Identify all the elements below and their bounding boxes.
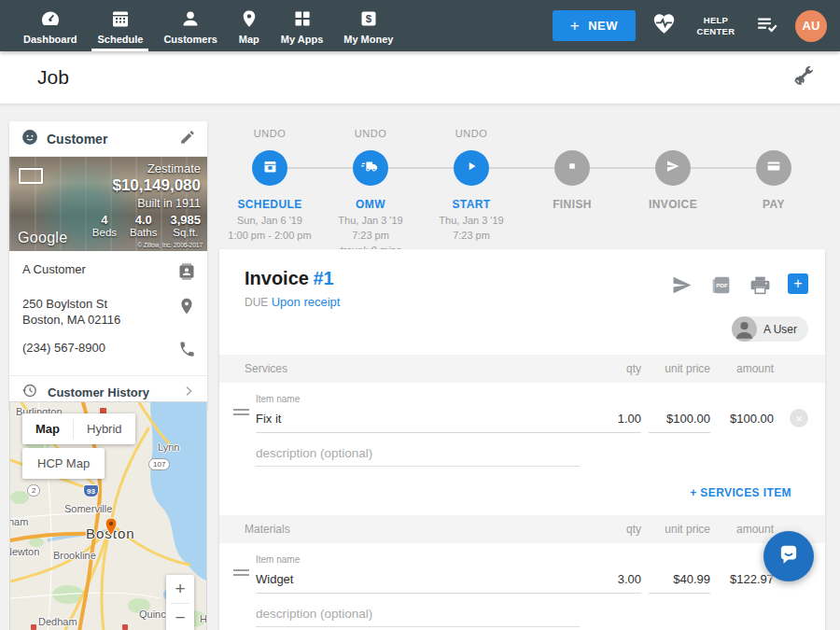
- map-label-hingham: Hi: [200, 613, 207, 624]
- nav-tab-my-money[interactable]: $ My Money: [333, 0, 403, 51]
- step-label[interactable]: START: [452, 198, 490, 211]
- zestimate-overlay: Zestimate $10,149,080 Built in 1911 4Bed…: [92, 161, 201, 238]
- phone-icon[interactable]: [178, 341, 196, 362]
- item-name-label: Item name: [256, 394, 580, 404]
- unit-price-column-header: unit price: [649, 523, 710, 536]
- timeline-step-omw: UNDO OMW Thu, Jan 3 '19 7:23 pm travel: …: [320, 117, 421, 259]
- hcp-map-button[interactable]: HCP Map: [22, 448, 105, 479]
- customer-card: Customer Zestimate $10,149,080 Built in …: [9, 121, 207, 410]
- send-invoice-icon[interactable]: [670, 273, 693, 301]
- step-date: Thu, Jan 3 '19: [338, 215, 402, 226]
- beds-value: 4: [92, 213, 117, 227]
- customer-face-icon: [21, 128, 39, 150]
- qty-input[interactable]: 1.00: [580, 412, 641, 433]
- step-label[interactable]: OMW: [356, 198, 385, 211]
- omw-step-button[interactable]: [353, 150, 388, 186]
- map-type-hybrid-button[interactable]: Hybrid: [74, 413, 135, 444]
- job-settings-wrench-icon[interactable]: [791, 63, 816, 91]
- description-input[interactable]: description (optional): [256, 446, 580, 467]
- nav-tab-my-apps[interactable]: My Apps: [271, 0, 333, 51]
- svg-text:$: $: [366, 13, 372, 24]
- pdf-icon[interactable]: PDF: [709, 273, 733, 301]
- customer-name-row: A Customer: [22, 262, 196, 285]
- map-type-map-button[interactable]: Map: [22, 413, 73, 444]
- add-services-item-link[interactable]: + SERVICES ITEM: [690, 486, 791, 499]
- customer-address-row: 250 Boylston St Boston, MA 02116: [22, 297, 196, 329]
- credit-card-icon: [765, 158, 782, 178]
- health-heart-icon[interactable]: [651, 11, 677, 40]
- zoom-out-button[interactable]: −: [166, 604, 194, 630]
- schedule-step-button[interactable]: [252, 150, 287, 186]
- zillow-copyright: © Zillow, Inc. 2006-2017: [137, 242, 203, 248]
- plus-icon: +: [570, 20, 580, 32]
- line-amount: $100.00: [710, 412, 774, 433]
- unit-price-input[interactable]: $100.00: [649, 412, 710, 433]
- description-input[interactable]: description (optional): [256, 607, 580, 627]
- add-invoice-button[interactable]: +: [788, 273, 808, 294]
- zestimate-value: $10,149,080: [92, 176, 201, 195]
- nav-tab-customers[interactable]: Customers: [153, 0, 227, 51]
- assignee-name: A User: [763, 323, 797, 336]
- street-view-toggle-icon[interactable]: [19, 168, 43, 184]
- item-name-input[interactable]: Widget: [256, 572, 580, 594]
- qty-input[interactable]: 3.00: [580, 572, 641, 594]
- nav-tab-dashboard[interactable]: Dashboard: [13, 0, 87, 51]
- invoice-number[interactable]: #1: [313, 268, 333, 288]
- page-title: Job: [37, 66, 69, 89]
- nav-right-cluster: + NEW HELP CENTER AU: [553, 0, 840, 51]
- nav-tab-label: Customers: [163, 34, 217, 45]
- start-step-button[interactable]: [454, 150, 489, 186]
- edit-pencil-icon[interactable]: [179, 129, 196, 149]
- zestimate-label: Zestimate: [92, 161, 201, 175]
- apps-grid-icon: [291, 7, 314, 30]
- map-label-waltham: ham: [9, 516, 28, 527]
- due-label: DUE: [245, 296, 268, 309]
- dashboard-gauge-icon: [39, 7, 62, 30]
- finish-step-button[interactable]: [554, 150, 590, 186]
- due-value-link[interactable]: Upon receipt: [272, 295, 341, 309]
- assignee-chip[interactable]: A User: [732, 316, 808, 342]
- services-section-header: Services qty unit price amount: [219, 355, 825, 383]
- location-pin-icon[interactable]: [177, 297, 196, 319]
- property-stats: 4Beds 4.0Baths 3,985Sq.ft.: [92, 213, 201, 238]
- task-list-check-icon[interactable]: [755, 12, 779, 40]
- invoice-step-button[interactable]: [655, 150, 691, 186]
- amount-column-header: amount: [710, 362, 774, 375]
- materials-section-header: Materials qty unit price amount: [219, 515, 825, 543]
- map-type-buttons: Map Hybrid: [22, 413, 135, 444]
- zoom-in-button[interactable]: +: [166, 575, 194, 603]
- route-107-badge: 107: [148, 458, 170, 470]
- map-widget[interactable]: Burlington Lynn Somerville Boston ham Ne…: [9, 401, 207, 630]
- contact-card-icon[interactable]: [177, 262, 196, 285]
- map-zoom-control: + −: [166, 575, 194, 630]
- item-name-input[interactable]: Fix it: [256, 412, 580, 433]
- step-label: INVOICE: [649, 198, 697, 211]
- baths-value: 4.0: [130, 213, 157, 227]
- map-label-newton: Newton: [9, 546, 39, 557]
- remove-item-button[interactable]: ×: [790, 409, 808, 427]
- undo-link[interactable]: UNDO: [455, 128, 487, 141]
- nav-tab-map[interactable]: Map: [228, 0, 271, 51]
- drag-handle[interactable]: [233, 567, 256, 594]
- print-icon[interactable]: [749, 273, 772, 301]
- undo-link[interactable]: UNDO: [355, 128, 386, 141]
- step-label[interactable]: SCHEDULE: [237, 198, 301, 211]
- play-icon: [463, 158, 480, 178]
- customer-history-label: Customer History: [48, 385, 149, 399]
- unit-price-input[interactable]: $40.99: [649, 572, 710, 594]
- nav-tab-schedule[interactable]: Schedule: [87, 0, 153, 51]
- new-button[interactable]: + NEW: [553, 10, 636, 41]
- drag-handle[interactable]: [233, 406, 256, 433]
- pay-step-button[interactable]: [756, 150, 791, 186]
- step-date: Sun, Jan 6 '19: [237, 215, 302, 226]
- amount-column-header: amount: [710, 523, 774, 536]
- map-pin-icon: [238, 7, 260, 30]
- customer-phone: (234) 567-8900: [22, 341, 105, 357]
- user-avatar[interactable]: AU: [795, 10, 827, 42]
- chat-widget-button[interactable]: [763, 531, 814, 581]
- help-center-label[interactable]: HELP CENTER: [693, 15, 739, 37]
- map-label-somerville: Somerville: [64, 503, 112, 514]
- invoice-card: Invoice #1 DUE Upon receipt PDF +: [219, 249, 825, 630]
- item-name-label: Item name: [256, 554, 580, 565]
- undo-link[interactable]: UNDO: [254, 128, 286, 141]
